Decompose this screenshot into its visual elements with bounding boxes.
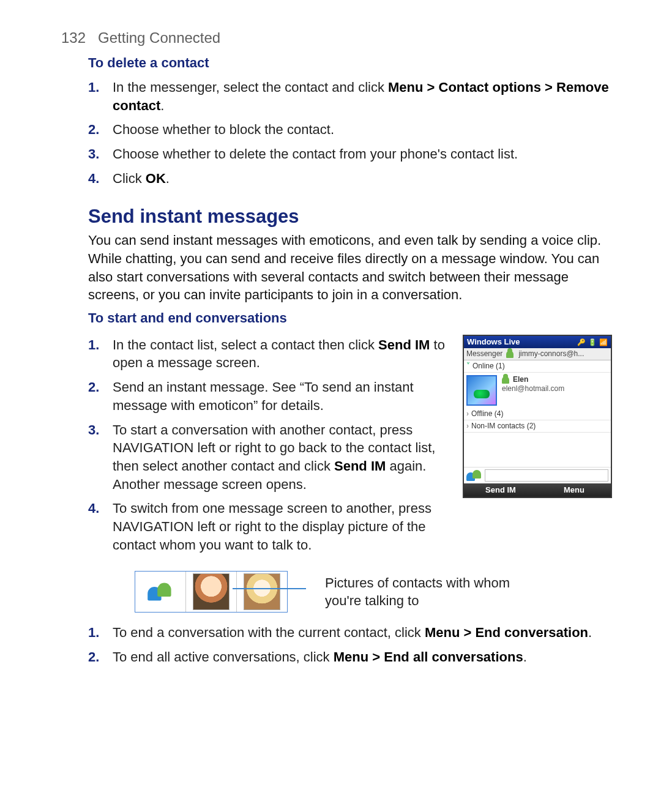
chapter-name: Getting Connected	[98, 29, 220, 46]
contact-name: Elen	[502, 375, 564, 384]
phone-titlebar: Windows Live	[464, 336, 611, 348]
phone-im-input[interactable]	[485, 469, 608, 482]
contact-strip-cell[interactable]	[186, 572, 237, 612]
softkey-menu[interactable]: Menu	[537, 483, 611, 497]
contact-strip-cell[interactable]	[135, 572, 186, 612]
contact-row[interactable]: Elen elenl@hotmail.com	[464, 373, 611, 408]
step-text: Click OK.	[113, 171, 170, 186]
heading-send-instant-messages: Send instant messages	[88, 204, 612, 229]
contact-strip-cell[interactable]	[237, 572, 287, 612]
step: Send an instant message. See “To send an…	[113, 378, 448, 414]
chevron-down-icon: ˅	[466, 362, 470, 370]
phone-tab-row: Messenger jimmy-connors@h...	[464, 348, 611, 360]
avatar	[193, 573, 230, 610]
messenger-people-icon	[148, 581, 173, 603]
steps-column: In the contact list, select a contact th…	[88, 330, 448, 561]
softkey-send-im[interactable]: Send IM	[464, 483, 537, 497]
phone-screenshot-column: Windows Live Messenger jimmy-connors@h..…	[463, 335, 612, 499]
steps-start-end-continued: To end a conversation with the current c…	[88, 624, 612, 666]
step: Choose whether to delete the contact fro…	[113, 145, 612, 163]
contact-strip-figure: Pictures of contacts with whom you're ta…	[135, 571, 612, 613]
steps-start-end: In the contact list, select a contact th…	[88, 336, 448, 554]
signal-icon	[599, 337, 608, 347]
contact-email: elenl@hotmail.com	[502, 384, 564, 393]
step-text: Choose whether to delete the contact fro…	[113, 146, 518, 162]
step: In the messenger, select the contact and…	[113, 78, 612, 114]
chevron-right-icon: ›	[466, 409, 469, 418]
step: To start a conversation with another con…	[113, 421, 448, 494]
step: Choose whether to block the contact.	[113, 121, 612, 139]
contact-strip-caption: Pictures of contacts with whom you're ta…	[325, 574, 515, 610]
avatar	[244, 573, 280, 610]
phone-tab-label: Messenger	[466, 349, 502, 359]
manual-page: 132 Getting Connected To delete a contac…	[0, 0, 661, 697]
phone-blank-area	[464, 433, 611, 467]
contact-strip	[135, 571, 288, 613]
heading-start-end-conversations: To start and end conversations	[88, 309, 612, 327]
chevron-right-icon: ›	[466, 422, 469, 430]
contact-avatar	[466, 375, 497, 406]
group-non-im[interactable]: ›Non-IM contacts (2)	[464, 420, 611, 433]
messenger-people-icon	[466, 469, 482, 482]
key-icon	[577, 337, 586, 347]
step: To end all active conversations, click M…	[113, 648, 612, 666]
callout-line	[306, 592, 307, 592]
two-column-block: In the contact list, select a contact th…	[88, 330, 612, 561]
person-online-icon	[506, 351, 513, 358]
group-online[interactable]: ˅Online (1)	[464, 360, 611, 373]
step-text: Choose whether to block the contact.	[113, 122, 334, 137]
phone-softkey-bar: Send IM Menu	[464, 483, 611, 497]
step: Click OK.	[113, 169, 612, 188]
battery-icon	[588, 337, 597, 347]
group-offline[interactable]: ›Offline (4)	[464, 408, 611, 420]
phone-screenshot: Windows Live Messenger jimmy-connors@h..…	[463, 335, 612, 499]
status-icons	[577, 337, 608, 347]
steps-delete-contact: In the messenger, select the contact and…	[88, 78, 612, 187]
phone-input-row	[464, 467, 611, 483]
intro-paragraph: You can send instant messages with emoti…	[88, 231, 612, 304]
phone-title: Windows Live	[467, 337, 520, 347]
step-text: In the messenger, select the contact and…	[113, 80, 609, 113]
phone-account: jimmy-connors@h...	[518, 349, 584, 359]
page-header: 132 Getting Connected	[61, 28, 612, 48]
step: To switch from one message screen to ano…	[113, 499, 448, 554]
person-online-icon	[502, 376, 509, 384]
step: To end a conversation with the current c…	[113, 624, 612, 642]
step: In the contact list, select a contact th…	[113, 336, 448, 372]
heading-delete-contact: To delete a contact	[88, 54, 612, 72]
page-number: 132	[61, 29, 86, 46]
